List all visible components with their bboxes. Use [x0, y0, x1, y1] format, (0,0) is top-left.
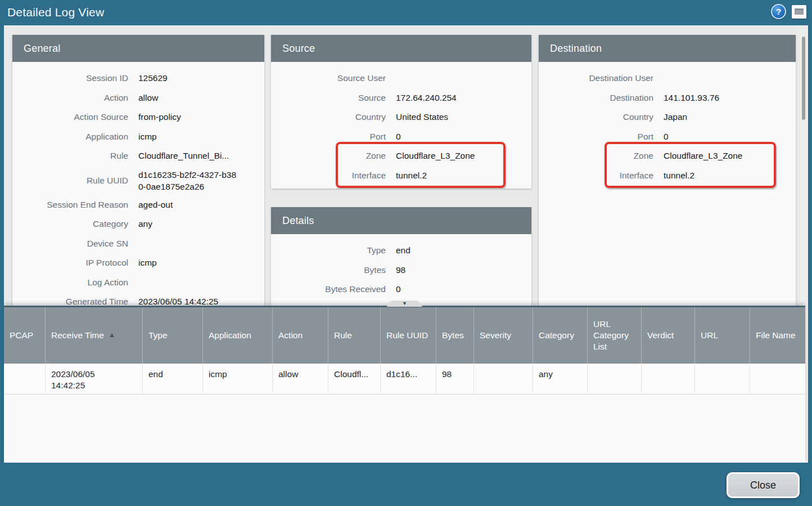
table-row[interactable]: 2023/06/05 14:42:25 end icmp allow Cloud…: [4, 364, 805, 395]
field-value: allow: [138, 93, 158, 103]
titlebar-icons: ?: [771, 4, 806, 19]
field-value: Cloudflare_L3_Zone: [664, 151, 742, 161]
col-header-label: Action: [278, 330, 303, 341]
panel-header-details: Details: [271, 207, 531, 234]
field-row: Destination User: [539, 69, 796, 88]
col-header-label: Application: [209, 330, 251, 341]
field-label: Session ID: [12, 73, 128, 83]
cell-type: end: [142, 364, 202, 394]
field-row: Device SN: [12, 234, 264, 254]
col-header-receive-time[interactable]: Receive Time▲: [45, 307, 142, 364]
field-label: Zone: [539, 151, 653, 161]
field-value: icmp: [138, 258, 157, 268]
col-header-url-category-list[interactable]: URL Category List: [587, 307, 641, 364]
field-label: Country: [271, 112, 386, 122]
field-row: Port0: [271, 127, 531, 147]
cell-pcap: [4, 364, 45, 394]
field-value: from-policy: [138, 112, 181, 122]
col-header-verdict[interactable]: Verdict: [641, 307, 694, 364]
log-detail-content: General Session ID125629 Actionallow Act…: [4, 25, 800, 306]
col-header-file-name[interactable]: File Name: [750, 307, 805, 364]
field-value: 0: [396, 284, 401, 294]
panel-header-general: General: [12, 35, 264, 62]
collapse-handle[interactable]: ▼: [387, 301, 423, 307]
col-header-label: Type: [148, 330, 168, 341]
field-row: IP Protocolicmp: [12, 253, 264, 273]
cell-severity: [473, 364, 533, 394]
field-value: Japan: [664, 112, 687, 122]
field-label: Log Action: [12, 277, 128, 288]
panel-destination: Destination Destination User Destination…: [539, 35, 796, 306]
field-row: ZoneCloudflare_L3_Zone: [271, 146, 531, 166]
field-row: Action Sourcefrom-policy: [12, 108, 264, 127]
field-value: d1c16235-b2f2-4327-b380-0ae1875e2a26: [138, 169, 237, 192]
field-label: Action: [12, 93, 128, 103]
panel-body-details: Typeend Bytes98 Bytes Received0: [271, 234, 531, 299]
field-value: 0: [664, 132, 669, 142]
cell-rule: Cloudfl...: [328, 364, 380, 394]
field-label: Source User: [271, 73, 386, 83]
panel-body-destination: Destination User Destination141.101.93.7…: [539, 62, 796, 185]
cell-url-category-list: [587, 364, 641, 394]
table-header-row: PCAP Receive Time▲ Type Application Acti…: [4, 307, 805, 364]
field-label: Generated Time: [12, 297, 128, 306]
field-label: Category: [12, 219, 128, 229]
col-header-label: Rule: [334, 330, 352, 341]
cell-url: [694, 364, 750, 394]
field-row: Source User: [271, 69, 531, 88]
col-header-label: Verdict: [647, 330, 674, 341]
field-row: Bytes98: [271, 261, 531, 280]
col-header-label: File Name: [756, 330, 796, 341]
field-label: Destination User: [539, 73, 653, 83]
sort-asc-icon: ▲: [109, 331, 115, 340]
col-header-pcap[interactable]: PCAP: [4, 307, 45, 364]
panel-header-destination: Destination: [539, 35, 796, 62]
cell-rule-uuid: d1c16...: [380, 364, 436, 394]
field-row: Log Action: [12, 273, 264, 293]
col-header-application[interactable]: Application: [202, 307, 272, 364]
field-value: 172.64.240.254: [396, 93, 457, 103]
col-header-url[interactable]: URL: [694, 307, 750, 364]
field-label: Device SN: [12, 239, 128, 249]
panel-details: Details Typeend Bytes98 Bytes Received0: [271, 207, 531, 306]
cell-action: allow: [272, 364, 328, 394]
field-label: Destination: [539, 93, 653, 103]
maximize-icon[interactable]: [792, 5, 806, 19]
col-header-rule-uuid[interactable]: Rule UUID: [380, 307, 436, 364]
field-label: Port: [271, 132, 386, 142]
field-label: Interface: [271, 171, 386, 181]
col-header-action[interactable]: Action: [272, 307, 328, 364]
field-row: Applicationicmp: [12, 127, 264, 147]
col-header-label: Rule UUID: [386, 330, 428, 341]
col-header-severity[interactable]: Severity: [473, 307, 533, 364]
cell-application: icmp: [202, 364, 272, 394]
col-header-category[interactable]: Category: [533, 307, 587, 364]
help-icon[interactable]: ?: [771, 4, 786, 19]
detailed-log-view-dialog: Detailed Log View ? General Session ID12…: [0, 0, 812, 506]
cell-verdict: [641, 364, 694, 394]
field-row: Actionallow: [12, 88, 264, 108]
cell-file-name: [750, 364, 805, 394]
field-label: Type: [271, 245, 386, 256]
field-row: Typeend: [271, 241, 531, 261]
chevron-down-icon: ▼: [402, 301, 407, 306]
col-header-label: Bytes: [442, 330, 464, 341]
field-label: Rule UUID: [12, 176, 128, 186]
field-label: Country: [539, 112, 653, 122]
field-value: Cloudflare_L3_Zone: [396, 151, 475, 161]
field-row: CountryUnited States: [271, 108, 531, 127]
scrollbar-thumb[interactable]: [802, 37, 805, 120]
col-header-rule[interactable]: Rule: [328, 307, 380, 364]
col-header-label: Category: [539, 330, 574, 341]
col-header-bytes[interactable]: Bytes: [436, 307, 473, 364]
close-button[interactable]: Close: [727, 472, 800, 498]
titlebar: Detailed Log View ?: [0, 0, 812, 25]
field-row: Source172.64.240.254: [271, 88, 531, 108]
cell-receive-time: 2023/06/05 14:42:25: [45, 364, 142, 394]
field-value: 2023/06/05 14:42:25: [138, 297, 218, 306]
field-row: Interfacetunnel.2: [271, 166, 531, 186]
field-label: Interface: [539, 171, 653, 181]
field-row: Session ID125629: [12, 69, 264, 88]
col-header-type[interactable]: Type: [142, 307, 202, 364]
panel-general: General Session ID125629 Actionallow Act…: [12, 35, 264, 306]
